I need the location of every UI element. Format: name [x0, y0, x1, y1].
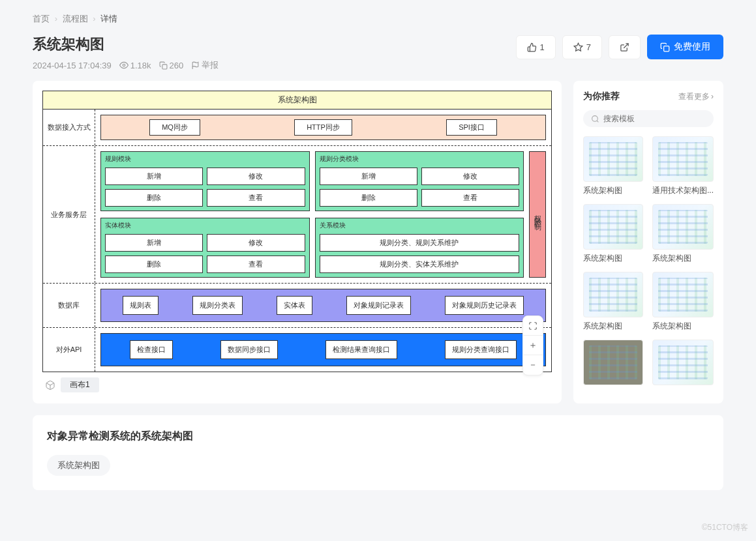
rulecls-module: 规则分类模块 新增 修改 删除 查看 — [315, 151, 524, 211]
fullscreen-button[interactable] — [523, 316, 543, 336]
rec-thumb — [583, 136, 643, 182]
zoom-control: ＋ － — [522, 315, 543, 375]
access-item: SPI接口 — [446, 119, 497, 136]
star-icon — [573, 42, 583, 52]
meta-copies: 260 — [159, 61, 184, 70]
eye-icon — [119, 61, 129, 70]
tag[interactable]: 系统架构图 — [47, 455, 110, 476]
rec-item[interactable]: 系统架构图 — [652, 272, 714, 332]
diagram-canvas[interactable]: 系统架构图 数据接入方式 MQ同步 HTTP同步 SPI接口 业务服务层 — [42, 91, 552, 372]
diagram-title: 系统架构图 — [43, 91, 551, 110]
meta-views: 1.18k — [119, 61, 151, 70]
relation-module: 关系模块 规则分类、规则关系维护 规则分类、实体关系维护 — [315, 218, 524, 278]
cube-icon — [45, 380, 55, 390]
fullscreen-icon — [528, 321, 537, 330]
sidebar-more[interactable]: 查看更多 › — [678, 91, 714, 102]
rec-thumb — [583, 340, 643, 385]
use-button[interactable]: 免费使用 — [647, 35, 723, 59]
rec-thumb — [652, 204, 714, 250]
access-item: HTTP同步 — [294, 119, 352, 136]
zoom-in-button[interactable]: ＋ — [523, 336, 543, 355]
section-label-access: 数据接入方式 — [43, 110, 95, 145]
entity-module: 实体模块 新增 修改 删除 查看 — [100, 218, 310, 278]
permission-box: 权限控制 — [529, 151, 546, 278]
access-box: MQ同步 HTTP同步 SPI接口 — [100, 115, 546, 140]
share-icon — [620, 42, 629, 52]
rec-item[interactable]: 系统架构图 — [652, 204, 714, 264]
like-button[interactable]: 1 — [516, 35, 556, 59]
zoom-out-button[interactable]: － — [523, 355, 543, 375]
search-icon — [591, 115, 599, 123]
diagram-card: 系统架构图 数据接入方式 MQ同步 HTTP同步 SPI接口 业务服务层 — [33, 81, 562, 403]
rule-module: 规则模块 新增 修改 删除 查看 — [100, 151, 310, 211]
rec-thumb — [583, 272, 643, 317]
svg-marker-3 — [574, 43, 582, 51]
star-button[interactable]: 7 — [562, 35, 602, 59]
section-label-service: 业务服务层 — [43, 146, 95, 283]
meta-row: 2024-04-15 17:04:39 1.18k 260 举报 — [33, 59, 219, 71]
svg-rect-5 — [664, 46, 669, 51]
flag-icon — [191, 61, 200, 70]
db-box: 规则表 规则分类表 实体表 对象规则记录表 对象规则历史记录表 — [100, 289, 546, 322]
breadcrumb: 首页 › 流程图 › 详情 — [33, 13, 723, 25]
search-input[interactable] — [603, 114, 706, 123]
rec-item[interactable]: 系统架构图 — [583, 204, 643, 264]
rec-item[interactable]: 系统架构图 — [583, 136, 643, 196]
thumbs-up-icon — [527, 42, 537, 52]
rec-thumb — [652, 340, 714, 385]
share-button[interactable] — [609, 35, 641, 59]
rec-item[interactable] — [652, 340, 714, 388]
section-label-api: 对外API — [43, 328, 95, 372]
api-box: 检查接口 数据同步接口 检测结果查询接口 规则分类查询接口 — [100, 333, 546, 366]
svg-point-7 — [592, 115, 598, 121]
page-title: 系统架构图 — [33, 35, 219, 54]
rec-thumb — [583, 204, 643, 250]
chevron-right-icon: › — [711, 92, 714, 101]
copy-icon — [159, 61, 168, 70]
svg-line-8 — [597, 121, 598, 122]
meta-report[interactable]: 举报 — [191, 59, 219, 71]
sidebar: 为你推荐 查看更多 › 系统架构图 通用技术架构图... 系统架构图 系统架构图… — [573, 81, 723, 403]
svg-line-4 — [624, 43, 628, 48]
copy-icon — [660, 42, 670, 52]
access-item: MQ同步 — [149, 119, 200, 136]
svg-rect-1 — [162, 64, 166, 68]
breadcrumb-home[interactable]: 首页 — [33, 14, 50, 23]
breadcrumb-current: 详情 — [100, 14, 117, 23]
section-label-db: 数据库 — [43, 284, 95, 327]
canvas-tab[interactable]: 画布1 — [61, 377, 99, 392]
rec-thumb — [652, 272, 714, 317]
description-card: 对象异常检测系统的系统架构图 系统架构图 — [33, 415, 723, 490]
breadcrumb-flow[interactable]: 流程图 — [63, 14, 88, 23]
rec-item[interactable]: 系统架构图 — [583, 272, 643, 332]
meta-date: 2024-04-15 17:04:39 — [33, 61, 112, 70]
rec-thumb — [652, 136, 714, 182]
chevron-right-icon: › — [55, 14, 57, 23]
rec-item[interactable] — [583, 340, 643, 388]
search-box[interactable] — [583, 110, 714, 127]
sidebar-title: 为你推荐 — [583, 91, 620, 102]
rec-item[interactable]: 通用技术架构图... — [652, 136, 714, 196]
svg-point-0 — [123, 64, 125, 66]
description-heading: 对象异常检测系统的系统架构图 — [47, 430, 709, 443]
chevron-right-icon: › — [93, 14, 95, 23]
